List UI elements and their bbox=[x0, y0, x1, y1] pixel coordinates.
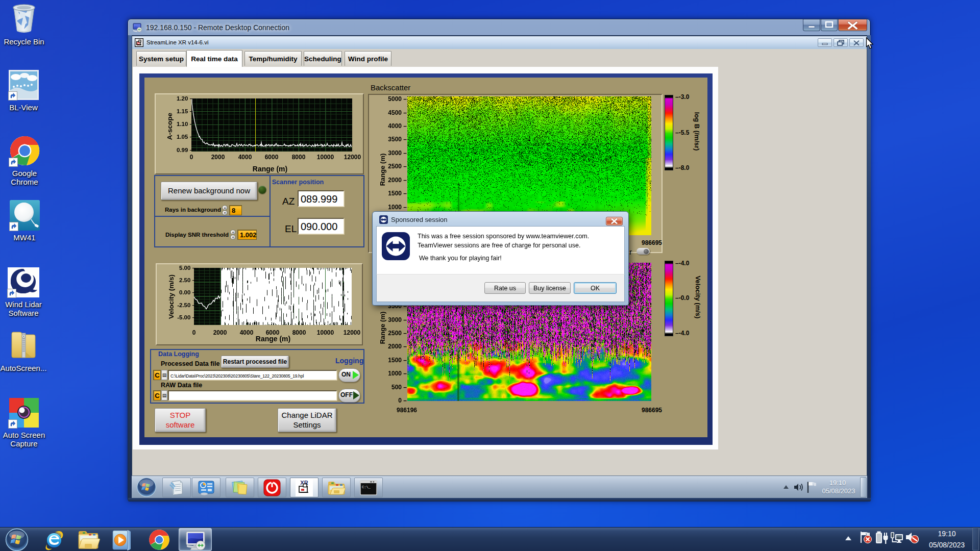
svg-text:C:\_: C:\_ bbox=[362, 485, 371, 489]
